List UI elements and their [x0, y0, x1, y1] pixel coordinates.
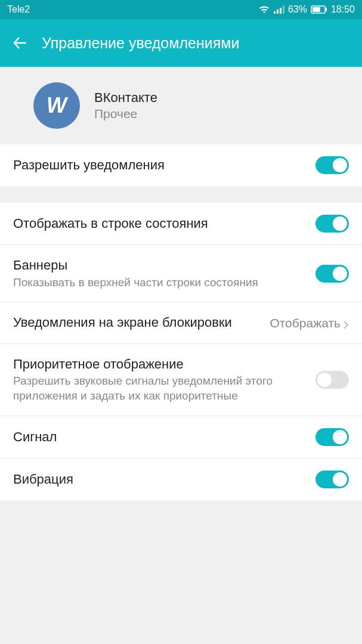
banners-title: Баннеры — [13, 257, 306, 274]
svg-rect-1 — [277, 10, 279, 14]
page-title: Управление уведомлениями — [42, 35, 239, 52]
app-category: Прочее — [94, 107, 157, 121]
status-bar: Tele2 63% 18:50 — [0, 0, 362, 19]
banners-row[interactable]: Баннеры Показывать в верхней части строк… — [0, 245, 362, 302]
lock-screen-title: Уведомления на экране блокировки — [13, 314, 260, 332]
allow-section: Разрешить уведомления — [0, 144, 362, 186]
svg-rect-3 — [283, 5, 284, 14]
header: Управление уведомлениями — [0, 19, 362, 67]
vibration-toggle[interactable] — [315, 470, 349, 488]
allow-notifications-title: Разрешить уведомления — [13, 157, 306, 174]
wifi-icon — [258, 5, 270, 14]
priority-title: Приоритетное отображение — [13, 356, 306, 373]
signal-icon — [274, 5, 284, 14]
app-icon: W — [33, 82, 80, 129]
app-name: ВКонтакте — [94, 90, 157, 106]
app-info-section: W ВКонтакте Прочее — [0, 67, 362, 144]
section-gap — [0, 186, 362, 203]
carrier-label: Tele2 — [7, 4, 30, 15]
settings-section: Отображать в строке состояния Баннеры По… — [0, 203, 362, 500]
priority-row[interactable]: Приоритетное отображение Разрешить звуко… — [0, 344, 362, 416]
sound-title: Сигнал — [13, 429, 306, 446]
priority-subtitle: Разрешить звуковые сигналы уведомлений э… — [13, 374, 306, 403]
allow-notifications-row[interactable]: Разрешить уведомления — [0, 144, 362, 186]
priority-toggle[interactable] — [315, 371, 349, 389]
battery-percent: 63% — [288, 4, 307, 15]
back-button[interactable] — [11, 33, 30, 52]
banners-subtitle: Показывать в верхней части строки состоя… — [13, 275, 306, 290]
allow-notifications-toggle[interactable] — [315, 156, 349, 174]
status-bar-title: Отображать в строке состояния — [13, 215, 306, 233]
vibration-row[interactable]: Вибрация — [0, 459, 362, 500]
vibration-title: Вибрация — [13, 471, 306, 488]
svg-rect-6 — [313, 7, 320, 12]
time-label: 18:50 — [331, 4, 355, 15]
app-details: ВКонтакте Прочее — [94, 90, 157, 121]
sound-row[interactable]: Сигнал — [0, 416, 362, 459]
sound-toggle[interactable] — [315, 428, 349, 446]
banners-toggle[interactable] — [315, 265, 349, 283]
svg-rect-2 — [280, 8, 281, 14]
svg-rect-0 — [274, 11, 276, 14]
status-bar-row[interactable]: Отображать в строке состояния — [0, 203, 362, 245]
lock-screen-value: Отображать — [270, 316, 349, 330]
status-indicators: 63% 18:50 — [258, 4, 355, 15]
status-bar-toggle[interactable] — [315, 215, 349, 233]
svg-rect-5 — [326, 8, 327, 11]
chevron-right-icon — [343, 318, 349, 328]
lock-screen-row[interactable]: Уведомления на экране блокировки Отображ… — [0, 302, 362, 344]
battery-icon — [311, 5, 327, 14]
